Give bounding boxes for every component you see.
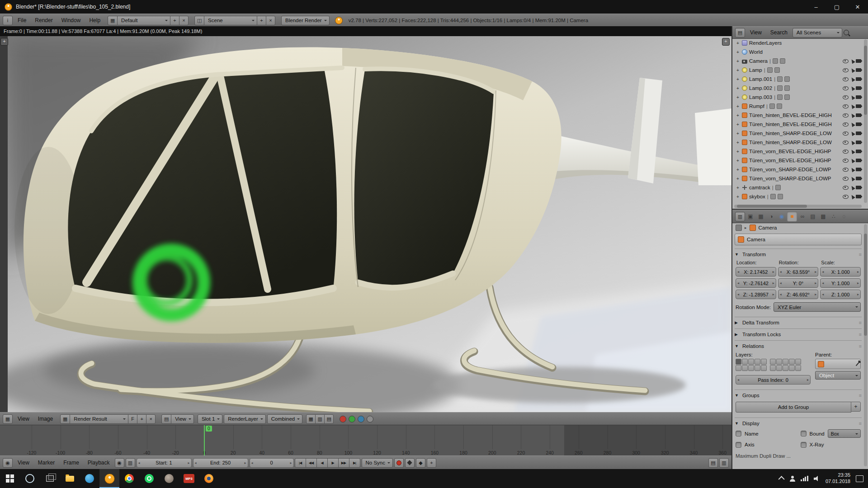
- expand-toggle-icon[interactable]: +: [736, 122, 740, 127]
- expand-toggle-icon[interactable]: +: [736, 68, 740, 73]
- renderability-toggle-icon[interactable]: [856, 86, 861, 90]
- renderability-toggle-icon[interactable]: [856, 131, 861, 135]
- selectability-toggle-icon[interactable]: [849, 75, 855, 82]
- tab-render-layers[interactable]: ▦: [756, 211, 766, 221]
- new-image-button[interactable]: +: [137, 414, 146, 424]
- layer-toggle[interactable]: [789, 365, 795, 371]
- slot-selector[interactable]: Slot 1: [198, 414, 222, 424]
- outliner-scope-selector[interactable]: All Scenes: [793, 28, 842, 38]
- outliner-item-label[interactable]: Türen_hinten_BEVEL-EDGE_HIGH: [749, 122, 832, 127]
- tab-object[interactable]: ■: [787, 211, 797, 221]
- timeline-ruler[interactable]: -120-100-80-60-40-2002040608010012014016…: [0, 425, 731, 456]
- outliner-item[interactable]: +World: [733, 47, 862, 56]
- menu-file[interactable]: File: [14, 16, 30, 24]
- datablock-icon[interactable]: [767, 67, 773, 73]
- selectability-toggle-icon[interactable]: [849, 102, 855, 109]
- datablock-icon[interactable]: [770, 194, 776, 199]
- cortana-button[interactable]: [20, 469, 40, 488]
- tab-particles[interactable]: ∴: [829, 211, 839, 221]
- outliner-item-label[interactable]: Türen_vorn_BEVEL-EDGE_HIGHP: [749, 158, 831, 163]
- delete-keyframe-button[interactable]: +: [427, 458, 436, 468]
- outliner-item-label[interactable]: Türen_vorn_BEVEL-EDGE_HIGHP: [749, 149, 831, 154]
- renderability-toggle-icon[interactable]: [856, 159, 861, 162]
- renderability-toggle-icon[interactable]: [856, 77, 861, 81]
- datablock-icon[interactable]: [784, 76, 790, 82]
- scale-x-field[interactable]: X: 1.000: [820, 267, 861, 277]
- expand-toggle-icon[interactable]: +: [736, 194, 740, 199]
- blue-channel-icon[interactable]: [358, 416, 364, 422]
- outliner-item[interactable]: +Türen_hinten_SHARP-EDGE_LOW: [733, 129, 862, 138]
- skype-button[interactable]: [80, 469, 99, 488]
- outliner-item[interactable]: +Lamp.001|: [733, 75, 862, 84]
- tab-render[interactable]: ▣: [745, 211, 755, 221]
- pass-index-field[interactable]: Pass Index: 0: [736, 375, 811, 385]
- expand-toggle-icon[interactable]: +: [736, 113, 740, 118]
- parent-type-selector[interactable]: Object: [815, 371, 861, 380]
- delete-screen-layout-button[interactable]: ×: [179, 16, 189, 25]
- outliner-item[interactable]: +Rumpf|: [733, 102, 862, 111]
- tab-constraints[interactable]: ∞: [797, 211, 807, 221]
- datablock-icon[interactable]: [769, 103, 775, 109]
- selectability-toggle-icon[interactable]: [849, 120, 855, 127]
- editor-type-selector[interactable]: ▦: [3, 414, 13, 424]
- current-frame-playhead[interactable]: [204, 425, 205, 456]
- datablock-icon[interactable]: [773, 58, 778, 64]
- render-result-image[interactable]: [8, 36, 731, 412]
- editor-type-selector[interactable]: i: [3, 16, 13, 25]
- menu-view[interactable]: View: [14, 459, 33, 467]
- draw-channel-color-icon[interactable]: ▦: [306, 414, 316, 424]
- search-icon[interactable]: [844, 30, 849, 35]
- expand-toggle-icon[interactable]: +: [736, 95, 740, 100]
- outliner-item[interactable]: +skybox|: [733, 192, 862, 201]
- expand-toggle-icon[interactable]: +: [736, 140, 740, 145]
- menu-help[interactable]: Help: [85, 16, 104, 24]
- current-frame-field[interactable]: 0: [250, 458, 294, 468]
- tab-world[interactable]: ◉: [777, 211, 787, 221]
- renderability-toggle-icon[interactable]: [856, 186, 861, 189]
- panel-drag-icon[interactable]: ≡: [859, 332, 862, 337]
- outliner-item[interactable]: +Türen_hinten_BEVEL-EDGE_HIGH: [733, 111, 862, 120]
- blender-taskbar-button[interactable]: [99, 469, 119, 488]
- renderability-toggle-icon[interactable]: [856, 113, 861, 117]
- outliner-item-label[interactable]: Türen_hinten_BEVEL-EDGE_HIGH: [749, 113, 832, 118]
- copy-data-icon[interactable]: ▤: [708, 458, 718, 468]
- outliner-item-label[interactable]: Rumpf: [749, 103, 764, 109]
- jump-to-end-button[interactable]: ▶|: [349, 458, 360, 468]
- start-button[interactable]: [0, 469, 20, 488]
- scene-selector[interactable]: Scene: [204, 16, 257, 25]
- paste-data-icon[interactable]: ▥: [719, 458, 729, 468]
- screen-layout-icon[interactable]: ▦: [108, 16, 118, 25]
- visibility-toggle-icon[interactable]: [843, 122, 849, 127]
- outliner-item-label[interactable]: Türen_hinten_SHARP-EDGE_LOW: [749, 131, 832, 136]
- renderability-toggle-icon[interactable]: [856, 195, 861, 198]
- menu-image[interactable]: Image: [34, 415, 57, 423]
- volume-icon[interactable]: [814, 476, 820, 481]
- menu-window[interactable]: Window: [58, 16, 85, 24]
- expand-toggle-icon[interactable]: +: [736, 185, 740, 190]
- panel-closed-icon[interactable]: ▶: [735, 332, 739, 337]
- expand-toggle-icon[interactable]: +: [736, 86, 740, 91]
- render-pass-selector[interactable]: Combined: [267, 414, 302, 424]
- expand-toggle-icon[interactable]: +: [736, 158, 740, 163]
- expand-toggle-icon[interactable]: +: [736, 131, 740, 136]
- renderability-toggle-icon[interactable]: [856, 150, 861, 153]
- visibility-toggle-icon[interactable]: [843, 59, 849, 63]
- menu-frame[interactable]: Frame: [60, 459, 83, 467]
- outliner-item-label[interactable]: Camera: [749, 58, 768, 64]
- selectability-toggle-icon[interactable]: [849, 147, 855, 154]
- panel-drag-icon[interactable]: ≡: [859, 421, 862, 426]
- render-engine-selector[interactable]: Blender Render: [281, 16, 330, 25]
- expand-toggle-icon[interactable]: +: [736, 176, 740, 181]
- expand-toggle-icon[interactable]: +: [736, 149, 740, 154]
- outliner-item[interactable]: +Camera|: [733, 56, 862, 66]
- outliner-item[interactable]: +Türen_hinten_SHARP-EDGE_LOW: [733, 138, 862, 147]
- alpha-channel-icon[interactable]: [367, 416, 373, 422]
- browse-image-icon[interactable]: ▦: [60, 414, 70, 424]
- renderability-toggle-icon[interactable]: [856, 59, 861, 63]
- jump-to-start-button[interactable]: |◀: [295, 458, 306, 468]
- new-group-button[interactable]: +: [851, 402, 861, 412]
- panel-drag-icon[interactable]: ≡: [859, 343, 862, 349]
- red-channel-icon[interactable]: [340, 416, 346, 422]
- outliner-item[interactable]: +Türen_vorn_SHARP-EDGE_LOWP: [733, 165, 862, 174]
- tab-physics[interactable]: ◌: [839, 211, 849, 221]
